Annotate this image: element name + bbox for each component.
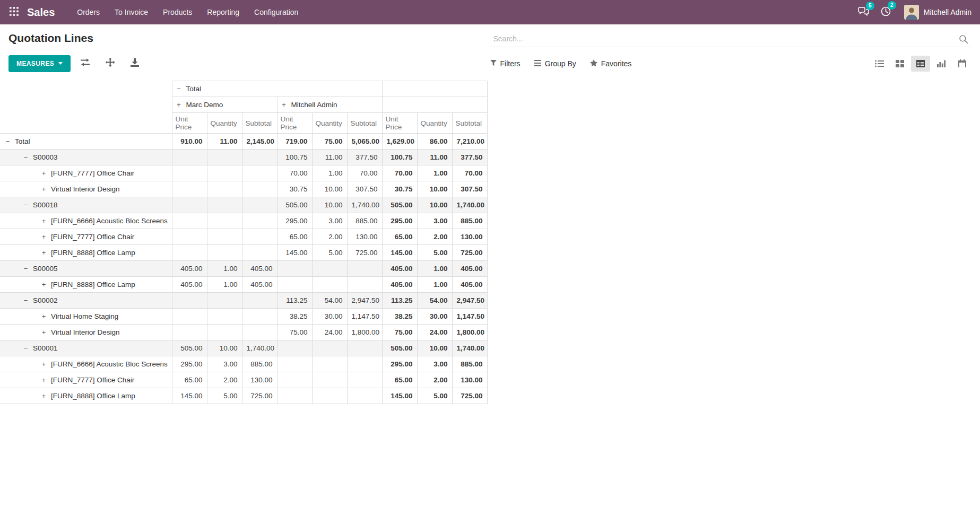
pivot-row: +[FURN_8888] Office Lamp145.005.00725.00… xyxy=(0,388,487,404)
pivot-cell xyxy=(242,245,277,261)
pivot-cell: 10.00 xyxy=(417,197,452,213)
pivot-cell xyxy=(172,229,207,245)
menu-item-reporting[interactable]: Reporting xyxy=(200,0,247,24)
pivot-cell xyxy=(347,261,382,277)
pivot-row-header[interactable]: +Virtual Home Staging xyxy=(0,309,172,325)
group-by-button[interactable]: Group By xyxy=(534,59,576,68)
pivot-measure-header[interactable]: Quantity xyxy=(207,113,242,134)
pivot-row-header[interactable]: +Virtual Interior Design xyxy=(0,181,172,197)
pivot-cell: 1,740.00 xyxy=(452,197,487,213)
row-header-label: [FURN_7777] Office Chair xyxy=(51,376,134,384)
pivot-cell: 2.00 xyxy=(417,372,452,388)
pivot-row-header[interactable]: −S00002 xyxy=(0,293,172,309)
pivot-cell: 2.00 xyxy=(207,372,242,388)
row-header-label: Total xyxy=(15,137,30,145)
pivot-cell xyxy=(312,388,347,404)
messages-button[interactable]: 5 xyxy=(852,4,875,21)
pivot-measure-header[interactable]: Unit Price xyxy=(172,113,207,134)
pivot-cell xyxy=(242,150,277,165)
star-icon xyxy=(590,59,597,68)
pivot-cell: 725.00 xyxy=(242,388,277,404)
view-pivot-button[interactable] xyxy=(911,56,930,72)
pivot-measure-header[interactable]: Subtotal xyxy=(242,113,277,134)
download-icon xyxy=(131,58,139,69)
view-list-button[interactable] xyxy=(870,56,889,72)
search-area xyxy=(490,31,972,47)
search-input[interactable] xyxy=(490,31,972,47)
pivot-row-header[interactable]: +Virtual Interior Design xyxy=(0,325,172,340)
pivot-cell: 65.00 xyxy=(382,372,417,388)
pivot-row-header[interactable]: +[FURN_7777] Office Chair xyxy=(0,229,172,245)
pivot-cell: 30.00 xyxy=(417,309,452,325)
pivot-cell xyxy=(347,340,382,356)
menu-item-orders[interactable]: Orders xyxy=(70,0,107,24)
pivot-cell: 100.75 xyxy=(382,150,417,165)
filters-button[interactable]: Filters xyxy=(490,59,521,68)
flip-axis-button[interactable] xyxy=(75,55,96,72)
pivot-row-header[interactable]: −S00003 xyxy=(0,150,172,165)
pivot-cell: 65.00 xyxy=(277,229,312,245)
row-header-label: S00018 xyxy=(33,201,58,209)
pivot-cell xyxy=(172,293,207,309)
view-kanban-button[interactable] xyxy=(890,56,909,72)
activities-button[interactable]: 2 xyxy=(875,4,897,21)
pivot-cell: 2,947.50 xyxy=(347,293,382,309)
view-graph-button[interactable] xyxy=(932,56,951,72)
pivot-measure-header[interactable]: Unit Price xyxy=(382,113,417,134)
pivot-cell xyxy=(277,372,312,388)
pivot-row-header[interactable]: +[FURN_8888] Office Lamp xyxy=(0,245,172,261)
pivot-cell: 1,147.50 xyxy=(452,309,487,325)
avatar xyxy=(904,5,919,20)
apps-menu-button[interactable] xyxy=(5,4,23,21)
pivot-row-header[interactable]: +[FURN_8888] Office Lamp xyxy=(0,388,172,404)
pivot-row-header[interactable]: +[FURN_8888] Office Lamp xyxy=(0,277,172,293)
pivot-cell: 7,210.00 xyxy=(452,134,487,150)
search-icon[interactable] xyxy=(959,34,968,46)
group-by-label: Group By xyxy=(545,59,576,68)
pivot-col-header-group-0[interactable]: +Marc Demo xyxy=(172,97,277,113)
pivot-col-header-total[interactable]: −Total xyxy=(172,81,382,97)
pivot-cell: 24.00 xyxy=(417,325,452,340)
pivot-measure-header[interactable]: Quantity xyxy=(312,113,347,134)
pivot-row: −S00001505.0010.001,740.00505.0010.001,7… xyxy=(0,340,487,356)
pivot-cell: 1,740.00 xyxy=(242,340,277,356)
pivot-cell: 1,740.00 xyxy=(452,340,487,356)
pivot-cell: 130.00 xyxy=(452,372,487,388)
pivot-row-header[interactable]: +[FURN_6666] Acoustic Bloc Screens xyxy=(0,356,172,372)
view-calendar-button[interactable] xyxy=(952,56,972,72)
pivot-cell: 885.00 xyxy=(452,213,487,229)
pivot-cell: 1.00 xyxy=(417,165,452,181)
pivot-row-header[interactable]: −Total xyxy=(0,134,172,150)
pivot-measure-header[interactable]: Subtotal xyxy=(452,113,487,134)
menu-item-to-invoice[interactable]: To Invoice xyxy=(107,0,155,24)
pivot-row-header[interactable]: −S00005 xyxy=(0,261,172,277)
expand-plus-icon: + xyxy=(176,101,183,109)
pivot-row-header[interactable]: +[FURN_7777] Office Chair xyxy=(0,165,172,181)
pivot-row-header[interactable]: −S00018 xyxy=(0,197,172,213)
pivot-row-header[interactable]: +[FURN_7777] Office Chair xyxy=(0,372,172,388)
pivot-row-header[interactable]: +[FURN_6666] Acoustic Bloc Screens xyxy=(0,213,172,229)
pivot-col-header-group-1[interactable]: +Mitchell Admin xyxy=(277,97,382,113)
expand-all-button[interactable] xyxy=(100,55,120,72)
pivot-row-header[interactable]: −S00001 xyxy=(0,340,172,356)
measures-button[interactable]: MEASURES xyxy=(8,55,71,72)
pivot-col-header-empty xyxy=(382,81,487,97)
menu-item-products[interactable]: Products xyxy=(155,0,200,24)
app-brand[interactable]: Sales xyxy=(27,6,55,19)
expand-plus-icon: + xyxy=(40,360,47,368)
pivot-measure-header[interactable]: Subtotal xyxy=(347,113,382,134)
menu-item-configuration[interactable]: Configuration xyxy=(247,0,306,24)
pivot-cell: 405.00 xyxy=(172,277,207,293)
pivot-measure-header[interactable]: Quantity xyxy=(417,113,452,134)
collapse-minus-icon: − xyxy=(22,296,29,304)
row-header-label: [FURN_8888] Office Lamp xyxy=(51,249,135,257)
pivot-table: −Total+Marc Demo+Mitchell AdminUnit Pric… xyxy=(0,81,488,404)
download-button[interactable] xyxy=(125,55,145,72)
col-header-label: Mitchell Admin xyxy=(291,101,337,109)
pivot-measure-header[interactable]: Unit Price xyxy=(277,113,312,134)
user-menu[interactable]: Mitchell Admin xyxy=(904,5,972,20)
expand-plus-icon: + xyxy=(40,233,47,241)
pivot-cell: 130.00 xyxy=(452,229,487,245)
favorites-button[interactable]: Favorites xyxy=(590,59,632,68)
pivot-row: −S00018505.0010.001,740.00505.0010.001,7… xyxy=(0,197,487,213)
